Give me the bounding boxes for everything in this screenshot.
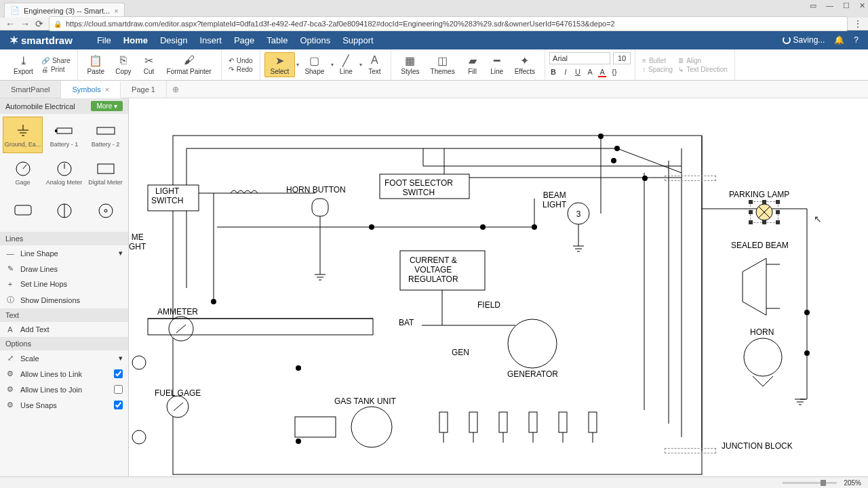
tab-symbols[interactable]: Symbols× xyxy=(61,81,121,98)
tab-smartpanel[interactable]: SmartPanel xyxy=(0,81,61,98)
redo-button[interactable]: ↷Redo xyxy=(229,66,253,73)
symbol-digital-meter[interactable]: Digital Meter xyxy=(85,155,125,191)
back-icon[interactable]: ← xyxy=(5,18,15,29)
symbol-analog-meter[interactable]: Analog Meter xyxy=(44,155,84,191)
svg-point-52 xyxy=(508,319,557,368)
print-button[interactable]: 🖨Print xyxy=(41,66,71,73)
text-misc-button[interactable]: {} xyxy=(610,68,618,77)
menu-table[interactable]: Table xyxy=(267,35,288,45)
undo-button[interactable]: ↶Undo xyxy=(229,57,253,64)
effects-button[interactable]: ✦Effects xyxy=(509,53,540,77)
menu-home[interactable]: Home xyxy=(123,35,148,45)
line-style-button[interactable]: ━Line xyxy=(485,53,509,77)
forward-icon[interactable]: → xyxy=(20,18,30,29)
use-snaps-checkbox[interactable] xyxy=(114,401,123,409)
label-horn-button: HORN BUTTON xyxy=(286,185,346,195)
redo-icon: ↷ xyxy=(229,66,234,73)
selection-connector2[interactable] xyxy=(665,448,716,453)
textdir-button[interactable]: ↳Text Direction xyxy=(678,66,728,73)
symbol-gage[interactable]: Gage xyxy=(3,155,43,191)
select-tool[interactable]: ➤Select xyxy=(264,52,296,77)
allow-link-checkbox[interactable] xyxy=(114,369,123,378)
copy-icon: ⎘ xyxy=(120,54,127,66)
scale-item[interactable]: ⤢Scale▾ xyxy=(0,350,128,366)
info-icon: ⓘ xyxy=(5,295,15,305)
more-button[interactable]: More ▾ xyxy=(91,101,123,111)
styles-button[interactable]: ▦Styles xyxy=(395,53,425,77)
symbol-generic3[interactable] xyxy=(85,192,125,229)
underline-button[interactable]: U xyxy=(574,68,582,77)
selection-connector1[interactable] xyxy=(665,176,716,181)
add-text-item[interactable]: AAdd Text xyxy=(0,322,128,337)
export-button[interactable]: ⤓Export xyxy=(8,53,39,77)
shape-tool[interactable]: ▢Shape xyxy=(299,53,330,77)
label-gas-tank: GAS TANK UNIT xyxy=(334,396,396,406)
font-color-button[interactable]: A xyxy=(598,68,606,77)
reload-icon[interactable]: ⟳ xyxy=(35,18,43,29)
use-snaps-item[interactable]: ⚙Use Snaps xyxy=(0,397,128,413)
tab-close-icon[interactable]: × xyxy=(105,85,109,94)
font-size-select[interactable]: 10 xyxy=(613,52,631,64)
svg-point-15 xyxy=(99,204,113,218)
align-button[interactable]: ≣Align xyxy=(678,57,728,64)
menu-design[interactable]: Design xyxy=(160,35,187,45)
bold-button[interactable]: B xyxy=(549,68,557,77)
browser-tab[interactable]: 📄 Engineering (3) -- Smart... × xyxy=(4,3,125,18)
symbol-battery1[interactable]: Battery - 1 xyxy=(44,117,84,153)
spacing-button[interactable]: ↕Spacing xyxy=(642,66,673,73)
selection-box[interactable] xyxy=(750,201,778,223)
win-close[interactable]: ✕ xyxy=(859,1,865,10)
symbol-battery2[interactable]: Battery - 2 xyxy=(85,117,125,153)
symbol-ground[interactable]: Ground, Ea... xyxy=(3,117,43,153)
allow-join-item[interactable]: ⚙Allow Lines to Join xyxy=(0,382,128,397)
menu-insert[interactable]: Insert xyxy=(199,35,222,45)
copy-button[interactable]: ⎘Copy xyxy=(110,53,136,77)
paste-button[interactable]: 📋Paste xyxy=(82,53,111,77)
show-dimensions-item[interactable]: ⓘShow Dimensions xyxy=(0,291,128,308)
fill-button[interactable]: ▰Fill xyxy=(460,53,485,77)
line-tool[interactable]: ╱Line xyxy=(334,53,358,77)
allow-link-item[interactable]: ⚙Allow Lines to Link xyxy=(0,366,128,382)
undo-icon: ↶ xyxy=(229,57,234,64)
text-tool[interactable]: AText xyxy=(362,53,387,77)
win-min[interactable]: — xyxy=(826,1,833,10)
fill-icon: ▰ xyxy=(469,54,477,66)
win-max[interactable]: ☐ xyxy=(843,1,850,10)
menu-icon[interactable]: ⋮ xyxy=(853,18,863,29)
tab-close-icon[interactable]: × xyxy=(114,7,118,15)
tab-page1[interactable]: Page 1 xyxy=(121,81,167,98)
themes-button[interactable]: ◫Themes xyxy=(425,53,460,77)
svg-rect-11 xyxy=(98,164,114,174)
bullet-button[interactable]: ≡Bullet xyxy=(642,57,673,64)
user-icon[interactable]: ▭ xyxy=(810,1,816,10)
svg-point-83 xyxy=(804,310,810,315)
help-icon[interactable]: ? xyxy=(854,35,859,45)
menu-support[interactable]: Support xyxy=(342,35,374,45)
sidebar: Automobile Electrical More ▾ Ground, Ea.… xyxy=(0,98,129,476)
line-hops-item[interactable]: +Set Line Hops xyxy=(0,277,128,291)
label-dome-light: ME GHT xyxy=(129,232,146,251)
add-page-button[interactable]: ⊕ xyxy=(167,81,184,98)
draw-lines-item[interactable]: ✎Draw Lines xyxy=(0,261,128,277)
plus-icon: + xyxy=(5,280,15,288)
svg-rect-6 xyxy=(97,127,115,134)
font-name-select[interactable]: Arial xyxy=(549,52,610,64)
canvas[interactable]: 3 xyxy=(129,98,868,476)
italic-button[interactable]: I xyxy=(561,68,570,77)
lock-icon: 🔒 xyxy=(54,20,62,28)
menu-options[interactable]: Options xyxy=(300,35,330,45)
url-input[interactable]: 🔒 https://cloud.smartdraw.com/editor.asp… xyxy=(49,16,848,31)
menu-page[interactable]: Page xyxy=(234,35,254,45)
symbol-generic2[interactable] xyxy=(44,192,84,229)
notify-icon[interactable]: 🔔 xyxy=(834,35,844,45)
format-painter-button[interactable]: 🖌Format Painter xyxy=(161,53,217,77)
font-grow-button[interactable]: A xyxy=(586,68,594,77)
cut-button[interactable]: ✂Cut xyxy=(137,53,161,77)
allow-join-checkbox[interactable] xyxy=(114,385,123,394)
share-button[interactable]: 🔗Share xyxy=(41,57,71,64)
symbol-generic1[interactable] xyxy=(3,192,43,229)
logo[interactable]: ✶ smartdraw xyxy=(9,34,73,47)
line-shape-item[interactable]: —Line Shape▾ xyxy=(0,245,128,261)
zoom-slider[interactable] xyxy=(783,482,837,484)
menu-file[interactable]: File xyxy=(97,35,111,45)
